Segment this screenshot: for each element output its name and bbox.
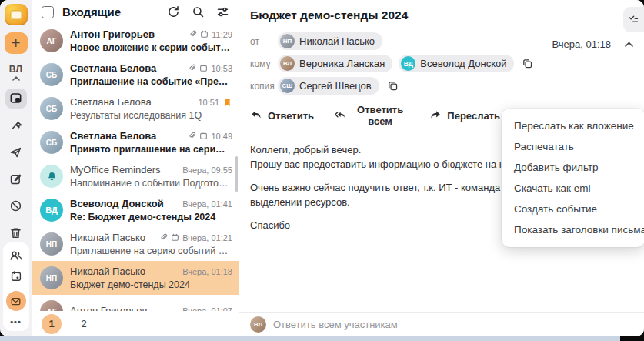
message-date: Вчера, 01:18: [552, 38, 611, 50]
avatar: СБ: [40, 63, 63, 86]
folder-sent-button[interactable]: [5, 142, 27, 162]
timestamp: 11:29: [212, 30, 232, 39]
email-list-item[interactable]: АГ Антон Григорьев 11:29 Новое вложение …: [32, 24, 239, 58]
menu-item-add-filter[interactable]: Добавить фильтр: [502, 157, 644, 178]
forward-label: Переслать: [447, 110, 500, 122]
search-icon[interactable]: [192, 5, 205, 18]
contacts-app-icon[interactable]: [9, 249, 23, 262]
avatar: АГ: [40, 29, 63, 52]
from-label: от: [250, 36, 278, 47]
timestamp: Вчера, 01:21: [182, 233, 232, 242]
contact-chip-to[interactable]: ВЛ Вероника Ланская: [278, 55, 392, 72]
menu-item-download-eml[interactable]: Скачать как eml: [502, 178, 644, 199]
email-list-item[interactable]: СБ Светлана Белова 10:49 Принято приглаш…: [32, 125, 239, 159]
sender-name: Николай Пасько: [70, 232, 155, 243]
reminder-bell-icon: [40, 165, 63, 188]
mail-list-pane: Входящие АГ Антон Григорьев: [32, 0, 239, 336]
paperclip-icon: [188, 64, 196, 72]
avatar: НП: [280, 34, 295, 48]
account-chevron-up-icon[interactable]: [12, 75, 21, 82]
subject-line: Новое вложение к серии событий «Аналити…: [70, 42, 232, 53]
list-scrollbar[interactable]: [235, 156, 238, 192]
sender-name: MyOffice Reminders: [70, 164, 178, 176]
contact-chip-to[interactable]: ВД Всеволод Донской: [399, 55, 514, 72]
contact-name: Николай Пасько: [299, 35, 375, 47]
paperclip-icon: [189, 30, 197, 38]
more-apps-icon[interactable]: •••: [10, 319, 22, 326]
avatar: ВД: [40, 199, 63, 222]
collapse-header-chevron-icon[interactable]: [624, 41, 634, 48]
user-initials[interactable]: ВЛ: [9, 64, 22, 75]
timestamp: 10:49: [211, 132, 232, 141]
menu-item-forward-as-attachment[interactable]: Переслать как вложение: [502, 115, 644, 136]
reply-button[interactable]: Ответить: [250, 110, 314, 122]
email-list-item[interactable]: СБ Светлана Белова 10:51 Результаты иссл…: [32, 92, 239, 125]
sender-name: Всеволод Донской: [70, 198, 178, 209]
folder-flagged-button[interactable]: [5, 115, 27, 135]
menu-item-create-event[interactable]: Создать событие: [502, 199, 644, 219]
contact-name: Вероника Ланская: [299, 58, 385, 69]
timestamp: Вчера, 01:18: [182, 267, 232, 276]
subject-line: Приглашение на событие «Предварительно…: [70, 76, 232, 87]
select-all-checkbox[interactable]: [42, 6, 54, 18]
myoffice-logo-icon[interactable]: [5, 4, 28, 25]
email-list-item[interactable]: НП Николай Пасько Вчера, 01:21 Приглашен…: [32, 227, 239, 261]
page-2-button[interactable]: 2: [74, 314, 94, 334]
app-rail: + ВЛ: [0, 0, 32, 336]
contact-name: Сергей Швецов: [299, 80, 372, 92]
contact-chip-cc[interactable]: СШ Сергей Швецов: [278, 77, 379, 95]
list-header: Входящие: [32, 0, 239, 24]
reply-all-button[interactable]: Ответить всем: [335, 104, 409, 127]
subject-line: Принято приглашение на серию событий «…: [70, 144, 232, 155]
pagination: 1 2: [32, 311, 238, 336]
avatar: НП: [40, 232, 63, 256]
filter-tune-icon[interactable]: [216, 5, 229, 18]
avatar: СШ: [280, 79, 295, 93]
folder-drafts-button[interactable]: [5, 169, 27, 189]
page-1-button[interactable]: 1: [42, 314, 62, 334]
app-window: + ВЛ: [0, 0, 644, 336]
avatar: ВЛ: [280, 56, 295, 71]
sender-name: Светлана Белова: [70, 96, 193, 108]
folder-trash-button[interactable]: [5, 222, 27, 242]
compose-button[interactable]: +: [5, 32, 28, 54]
paperclip-icon: [188, 132, 196, 140]
calendar-icon: [200, 30, 209, 38]
avatar: ВЛ: [250, 316, 266, 333]
calendar-icon: [199, 64, 208, 72]
reply-label: Ответить: [268, 110, 314, 122]
calendar-app-icon[interactable]: [10, 270, 22, 282]
screenshot-stage: + ВЛ: [0, 0, 644, 341]
subject-line: Напоминание о событии Подготовить отчет…: [70, 178, 232, 189]
mail-app-active[interactable]: [6, 291, 26, 311]
folder-spam-button[interactable]: [5, 196, 27, 216]
app-dock: •••: [3, 242, 29, 331]
menu-item-show-headers[interactable]: Показать заголовки письма: [502, 219, 644, 240]
quick-reply-bar[interactable]: ВЛ Ответить всем участникам: [239, 312, 644, 336]
email-list-item[interactable]: MyOffice Reminders Вчера, 09:55 Напомина…: [32, 159, 239, 193]
copy-recipients-icon[interactable]: [387, 80, 399, 92]
contact-name: Всеволод Донской: [420, 58, 506, 69]
email-list-item[interactable]: ВД Всеволод Донской Вчера, 01:41 Re: Бюд…: [32, 193, 239, 227]
tasks-panel-toggle[interactable]: [623, 7, 644, 32]
to-label: кому: [250, 59, 278, 69]
email-list-item-selected[interactable]: НП Николай Пасько Вчера, 01:18 Бюджет де…: [32, 261, 239, 295]
calendar-icon: [199, 132, 208, 140]
forward-button[interactable]: Переслать: [429, 110, 500, 122]
message-detail-pane: Бюджет демо-стенды 2024 от НП Николай Па…: [239, 0, 644, 336]
folder-title: Входящие: [62, 5, 155, 18]
sender-name: Светлана Белова: [70, 130, 183, 142]
email-list-item[interactable]: СБ Светлана Белова 10:53 Приглашение на …: [32, 58, 239, 92]
timestamp: Вчера, 09:55: [182, 165, 232, 175]
copy-recipients-icon[interactable]: [522, 58, 533, 69]
calendar-icon: [171, 233, 179, 242]
timestamp: Вчера, 01:41: [182, 199, 232, 209]
menu-item-print[interactable]: Распечатать: [502, 136, 644, 157]
avatar: ВД: [401, 56, 415, 71]
message-date-row: Вчера, 01:18: [552, 38, 634, 50]
refresh-icon[interactable]: [167, 5, 180, 18]
folder-inbox-button[interactable]: [5, 89, 27, 109]
avatar: СБ: [40, 97, 63, 120]
contact-chip-from[interactable]: НП Николай Пасько: [278, 32, 382, 50]
subject-line: Результаты исследования 1Q: [70, 110, 232, 121]
